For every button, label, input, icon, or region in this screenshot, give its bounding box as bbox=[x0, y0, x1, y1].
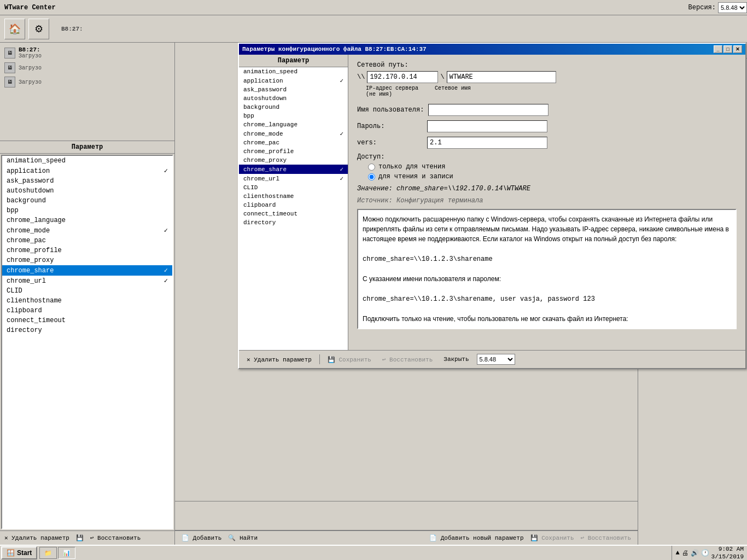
terminal-status-3: Загрузо bbox=[19, 79, 42, 85]
left-panel: 🖥 B8:27: Загрузо 🖥 Загрузо 🖥 bbox=[0, 43, 175, 545]
network-prefix: \\ bbox=[357, 73, 365, 81]
restore-btn-left[interactable]: ↩ Восстановить bbox=[90, 534, 141, 541]
param-list-container[interactable]: animation_speed application ✓ ask_passwo… bbox=[1, 155, 173, 529]
param-directory[interactable]: directory bbox=[2, 325, 172, 335]
left-actions: ✕ Удалить параметр 💾 ↩ Восстановить bbox=[0, 530, 174, 545]
radio-readwrite: для чтения и записи bbox=[368, 173, 737, 180]
mparam-chrome-share[interactable]: chrome_share✓ bbox=[239, 165, 348, 174]
find-btn[interactable]: 🔍 Найти bbox=[228, 534, 258, 541]
modal-max-btn[interactable]: □ bbox=[723, 45, 732, 53]
terminal-list: 🖥 B8:27: Загрузо 🖥 Загрузо 🖥 bbox=[0, 43, 174, 141]
tray-icon-3: 🔊 bbox=[691, 549, 699, 557]
mparam-animation[interactable]: animation_speed bbox=[239, 67, 348, 76]
param-chrome-proxy[interactable]: chrome_proxy bbox=[2, 255, 172, 265]
content-area: 🖥 B8:27: Загрузо 🖥 Загрузо 🖥 bbox=[0, 43, 747, 545]
mparam-ask-password[interactable]: ask_password bbox=[239, 85, 348, 94]
modal-close-label-btn[interactable]: Закрыть bbox=[440, 355, 472, 364]
top-taskbar: WTware Center Версия: 5.8.48 bbox=[0, 0, 747, 15]
mparam-bpp[interactable]: bpp bbox=[239, 112, 348, 120]
param-ask-password[interactable]: ask_password bbox=[2, 176, 172, 186]
vers-row: vers: bbox=[357, 137, 737, 149]
param-animation-speed[interactable]: animation_speed bbox=[2, 156, 172, 166]
param-bpp[interactable]: bpp bbox=[2, 206, 172, 215]
mparam-chrome-proxy[interactable]: chrome_proxy bbox=[239, 156, 348, 165]
param-chrome-url[interactable]: chrome_url ✓ bbox=[2, 276, 172, 286]
modal-param-scroll[interactable]: animation_speed application✓ ask_passwor… bbox=[239, 67, 348, 350]
tray-icon-2: 🖨 bbox=[682, 549, 688, 557]
vers-label: vers: bbox=[357, 139, 423, 147]
mparam-clipboard[interactable]: clipboard bbox=[239, 201, 348, 209]
mparam-clid[interactable]: CLID bbox=[239, 183, 348, 192]
terminal-item-1[interactable]: 🖥 B8:27: Загрузо bbox=[2, 45, 172, 61]
param-clipboard[interactable]: clipboard bbox=[2, 306, 172, 316]
mparam-chrome-url[interactable]: chrome_url✓ bbox=[239, 174, 348, 183]
param-chrome-language[interactable]: chrome_language bbox=[2, 215, 172, 225]
mparam-connect-timeout[interactable]: connect_timeout bbox=[239, 209, 348, 218]
mparam-chrome-pac[interactable]: chrome_pac bbox=[239, 138, 348, 147]
toolbar-btn-home[interactable]: 🏠 bbox=[4, 19, 25, 39]
param-chrome-mode[interactable]: chrome_mode ✓ bbox=[2, 225, 172, 236]
modal-min-btn[interactable]: _ bbox=[714, 45, 722, 53]
mparam-directory[interactable]: directory bbox=[239, 218, 348, 227]
app-toolbar: 🏠 ⚙ B8:27: bbox=[0, 15, 747, 43]
password-label: Пароль: bbox=[357, 122, 423, 130]
terminal-item-3[interactable]: 🖥 Загрузо bbox=[2, 75, 172, 89]
mparam-chrome-language[interactable]: chrome_language bbox=[239, 120, 348, 129]
version-select[interactable]: 5.8.48 bbox=[718, 2, 747, 13]
access-label-row: Доступ: bbox=[357, 153, 737, 161]
taskbar-app-wtware[interactable]: 📊 bbox=[58, 547, 75, 559]
tray-icon-1: ▲ bbox=[675, 549, 679, 557]
param-clid[interactable]: CLID bbox=[2, 286, 172, 296]
app-title: WTware Center bbox=[4, 4, 688, 11]
radio-readonly-input[interactable] bbox=[368, 164, 375, 171]
server-input[interactable] bbox=[367, 71, 438, 83]
mparam-clienthostname[interactable]: clienthostname bbox=[239, 192, 348, 201]
modal-delete-btn[interactable]: ✕ Удалить параметр bbox=[243, 355, 315, 364]
param-background[interactable]: background bbox=[2, 196, 172, 206]
username-input[interactable] bbox=[428, 104, 548, 116]
mparam-application[interactable]: application✓ bbox=[239, 76, 348, 85]
param-name: chrome_mode bbox=[7, 227, 50, 235]
clock-time: 9:02 AM bbox=[711, 545, 744, 553]
center-area: Параметры конфигурационного файла B8:27:… bbox=[175, 43, 638, 545]
modal-bottom-bar: ✕ Удалить параметр 💾 Сохранить ↩ Восстан… bbox=[239, 350, 745, 368]
description-box[interactable]: Можно подключить расшаренную папку с Win… bbox=[357, 209, 737, 329]
param-chrome-profile[interactable]: chrome_profile bbox=[2, 246, 172, 255]
modal-close-btn[interactable]: ✕ bbox=[733, 45, 742, 53]
param-name: connect_timeout bbox=[7, 317, 66, 324]
save-btn-left[interactable]: 💾 bbox=[76, 534, 84, 541]
mparam-autoshutdown[interactable]: autoshutdown bbox=[239, 94, 348, 103]
modal-titlebar: Параметры конфигурационного файла B8:27:… bbox=[239, 44, 745, 55]
add-param-btn[interactable]: 📄 Добавить новый параметр bbox=[429, 534, 523, 541]
param-name: autoshutdown bbox=[7, 187, 54, 195]
mparam-background[interactable]: background bbox=[239, 103, 348, 112]
param-application[interactable]: application ✓ bbox=[2, 166, 172, 176]
username-label: Имя пользователя: bbox=[357, 106, 424, 114]
terminal-name-1: B8:27: bbox=[19, 46, 42, 53]
version-label: Версия: bbox=[688, 4, 716, 11]
taskbar-app-explorer[interactable]: 📁 bbox=[39, 547, 57, 559]
vers-input[interactable] bbox=[427, 137, 547, 149]
start-label: Start bbox=[17, 549, 32, 557]
param-autoshutdown[interactable]: autoshutdown bbox=[2, 186, 172, 196]
modal-save-btn[interactable]: 💾 Сохранить bbox=[324, 355, 375, 364]
param-chrome-share[interactable]: chrome_share ✓ bbox=[2, 265, 172, 276]
share-input[interactable] bbox=[447, 71, 556, 83]
restore-main-btn[interactable]: ↩ Восстановить bbox=[581, 534, 631, 541]
param-clienthostname[interactable]: clienthostname bbox=[2, 296, 172, 306]
modal-param-header: Параметр bbox=[239, 55, 348, 67]
save-main-btn[interactable]: 💾 Сохранить bbox=[530, 534, 574, 541]
delete-param-btn[interactable]: ✕ Удалить параметр bbox=[4, 534, 69, 541]
mparam-chrome-mode[interactable]: chrome_mode✓ bbox=[239, 129, 348, 138]
terminal-item-2[interactable]: 🖥 Загрузо bbox=[2, 61, 172, 75]
modal-version-dropdown[interactable]: 5.8.48 bbox=[477, 354, 515, 365]
start-button[interactable]: 🪟 Start bbox=[1, 546, 37, 559]
param-chrome-pac[interactable]: chrome_pac bbox=[2, 236, 172, 246]
add-btn[interactable]: 📄 Добавить bbox=[182, 534, 221, 541]
mparam-chrome-profile[interactable]: chrome_profile bbox=[239, 147, 348, 156]
modal-restore-btn[interactable]: ↩ Восстановить bbox=[379, 355, 436, 364]
password-input[interactable] bbox=[427, 120, 547, 132]
param-connect-timeout[interactable]: connect_timeout bbox=[2, 316, 172, 325]
radio-readwrite-input[interactable] bbox=[368, 173, 375, 180]
toolbar-btn-settings[interactable]: ⚙ bbox=[28, 19, 49, 39]
